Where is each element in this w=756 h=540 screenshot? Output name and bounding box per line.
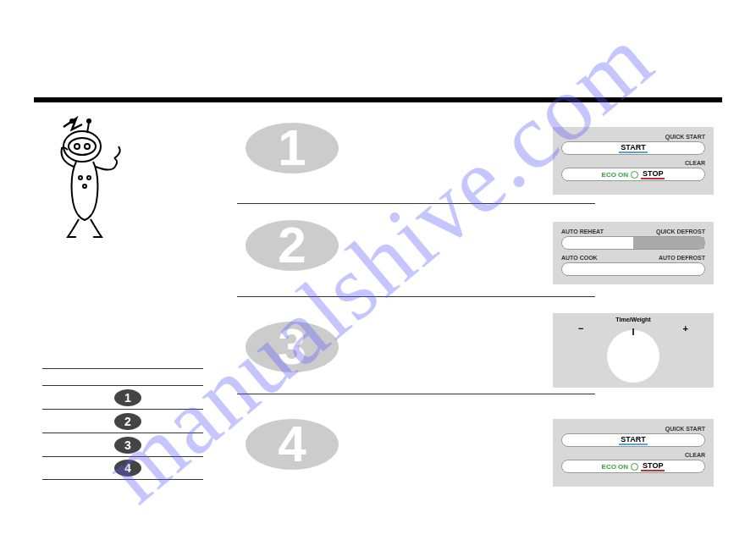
step-oval-1: 1 (246, 123, 339, 174)
robot-character-illustration (47, 114, 140, 241)
divider (237, 203, 595, 204)
svg-point-6 (85, 144, 90, 149)
svg-point-7 (79, 176, 82, 179)
step-oval-2: 2 (246, 220, 339, 271)
step-number: 2 (278, 220, 306, 271)
auto-cook-label: AUTO COOK (561, 255, 598, 261)
small-step-table: 1 2 3 4 (42, 368, 203, 480)
table-row: 1 (42, 385, 203, 409)
time-weight-label: Time/Weight (553, 317, 714, 322)
table-row: 2 (42, 409, 203, 433)
auto-defrost-label: AUTO DEFROST (659, 255, 705, 261)
stop-label: STOP (641, 461, 665, 471)
svg-point-5 (74, 144, 80, 149)
step-number: 3 (278, 322, 306, 372)
eco-icon (631, 171, 638, 179)
small-step-oval: 4 (114, 460, 141, 477)
quick-start-label: QUICK START (665, 426, 705, 432)
table-row: 4 (42, 456, 203, 480)
minus-label: − (578, 323, 583, 333)
reheat-defrost-button[interactable] (561, 236, 705, 250)
svg-point-8 (87, 176, 91, 179)
step-number: 1 (278, 123, 306, 174)
eco-stop-button[interactable]: ECO ON STOP (561, 168, 705, 181)
divider (237, 394, 595, 394)
table-row: 3 (42, 433, 203, 456)
svg-point-1 (87, 119, 91, 123)
svg-point-4 (69, 138, 96, 155)
dial-indicator (632, 328, 634, 335)
step-oval-4: 4 (246, 419, 339, 470)
control-panel-4: QUICK START START CLEAR ECO ON STOP (553, 419, 714, 487)
start-button[interactable]: START (561, 433, 705, 447)
eco-on-label: ECO ON (602, 171, 629, 179)
eco-on-label: ECO ON (602, 463, 629, 471)
clear-label: CLEAR (685, 160, 705, 166)
small-step-oval: 1 (114, 389, 141, 406)
svg-point-9 (83, 185, 86, 188)
time-weight-dial[interactable] (607, 330, 659, 383)
small-step-oval: 3 (114, 437, 141, 454)
step-oval-3: 3 (246, 322, 339, 372)
divider (237, 296, 595, 297)
small-step-oval: 2 (114, 413, 141, 430)
cook-defrost-button[interactable] (561, 262, 705, 276)
control-panel-2: AUTO REHEAT QUICK DEFROST AUTO COOK AUTO… (553, 222, 714, 284)
auto-reheat-label: AUTO REHEAT (561, 229, 604, 234)
quick-defrost-label: QUICK DEFROST (656, 229, 705, 234)
clear-label: CLEAR (685, 452, 705, 458)
svg-point-0 (70, 119, 74, 123)
control-panel-3: Time/Weight − + (553, 313, 714, 388)
stop-label: STOP (641, 169, 665, 179)
plus-label: + (683, 323, 688, 333)
eco-stop-button[interactable]: ECO ON STOP (561, 460, 705, 473)
header-divider (34, 97, 722, 102)
quick-start-label: QUICK START (665, 134, 705, 140)
control-panel-1: QUICK START START CLEAR ECO ON STOP (553, 127, 714, 195)
eco-icon (631, 463, 638, 471)
start-button[interactable]: START (561, 141, 705, 155)
step-number: 4 (278, 419, 306, 470)
